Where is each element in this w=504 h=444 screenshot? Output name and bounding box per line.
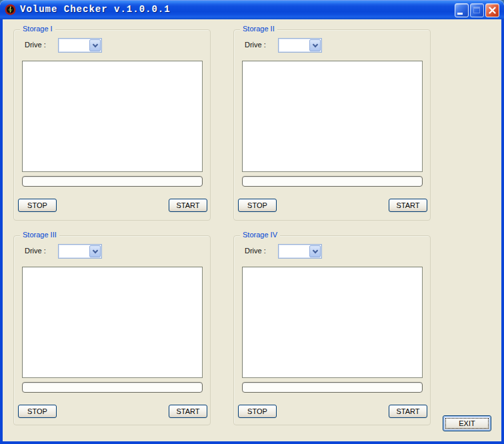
close-button[interactable] xyxy=(485,3,499,17)
start-button[interactable]: START xyxy=(169,199,207,212)
chevron-down-icon xyxy=(92,41,97,47)
volume-listbox[interactable] xyxy=(22,267,203,378)
progress-bar xyxy=(22,382,203,393)
drive-combobox[interactable] xyxy=(278,38,322,53)
volume-listbox[interactable] xyxy=(22,61,203,172)
chevron-down-icon xyxy=(92,247,97,253)
start-button[interactable]: START xyxy=(389,199,427,212)
progress-bar xyxy=(242,382,423,393)
window-frame-bottom xyxy=(0,441,504,444)
window-title: Volume Checker v.1.0.0.1 xyxy=(20,4,171,15)
minimize-button[interactable] xyxy=(455,3,469,17)
storage-panel-4: Storage IV Drive : STOP START xyxy=(233,235,431,425)
minimize-icon xyxy=(457,13,463,15)
combo-dropdown-button[interactable] xyxy=(89,245,101,257)
storage-panel-1: Storage I Drive : STOP START xyxy=(13,29,211,221)
drive-label: Drive : xyxy=(245,41,266,49)
start-button[interactable]: START xyxy=(169,405,207,418)
window-frame-left xyxy=(0,19,3,444)
close-icon xyxy=(488,6,497,17)
chevron-down-icon xyxy=(312,41,317,47)
group-title-storage-2: Storage II xyxy=(240,25,277,33)
stop-button[interactable]: STOP xyxy=(18,405,57,418)
app-icon xyxy=(5,4,16,15)
start-button[interactable]: START xyxy=(389,405,427,418)
progress-bar xyxy=(22,176,203,187)
combo-dropdown-button[interactable] xyxy=(309,245,321,257)
group-title-storage-1: Storage I xyxy=(20,25,55,33)
drive-label: Drive : xyxy=(25,41,46,49)
progress-bar xyxy=(242,176,423,187)
titlebar[interactable]: Volume Checker v.1.0.0.1 xyxy=(0,0,504,19)
volume-listbox[interactable] xyxy=(242,61,423,172)
combo-dropdown-button[interactable] xyxy=(309,39,321,51)
drive-combobox[interactable] xyxy=(278,244,322,259)
maximize-icon xyxy=(473,7,480,13)
stop-button[interactable]: STOP xyxy=(238,405,277,418)
volume-listbox[interactable] xyxy=(242,267,423,378)
drive-combobox[interactable] xyxy=(58,244,102,259)
app-window: Volume Checker v.1.0.0.1 Storage I Drive… xyxy=(0,0,504,444)
drive-label: Drive : xyxy=(245,247,266,255)
storage-panel-2: Storage II Drive : STOP START xyxy=(233,29,431,221)
stop-button[interactable]: STOP xyxy=(18,199,57,212)
stop-button[interactable]: STOP xyxy=(238,199,277,212)
group-title-storage-3: Storage III xyxy=(20,231,59,239)
maximize-button xyxy=(470,3,484,17)
drive-label: Drive : xyxy=(25,247,46,255)
window-frame-right xyxy=(501,19,504,444)
drive-combobox[interactable] xyxy=(58,38,102,53)
storage-panel-3: Storage III Drive : STOP START xyxy=(13,235,211,425)
group-title-storage-4: Storage IV xyxy=(240,231,280,239)
chevron-down-icon xyxy=(312,247,317,253)
exit-button[interactable]: EXIT xyxy=(443,415,491,431)
combo-dropdown-button[interactable] xyxy=(89,39,101,51)
